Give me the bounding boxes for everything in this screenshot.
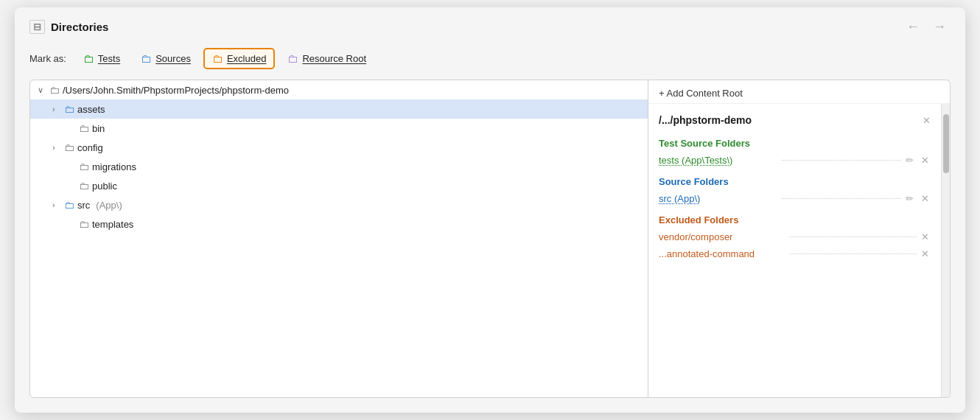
- mark-as-sources-button[interactable]: 🗀 Sources: [133, 49, 199, 69]
- right-content: /.../phpstorm-demo ✕ Test Source Folders…: [648, 104, 941, 397]
- excluded-name-0: vendor/composer: [659, 231, 786, 242]
- main-content: ∨ 🗀 /Users/John.Smith/PhpstormProjects/p…: [15, 80, 965, 413]
- remove-excluded-1-button[interactable]: ✕: [920, 248, 931, 260]
- dialog-title: ⊟ Directories: [29, 20, 108, 34]
- excluded-entry-actions-1: ✕: [920, 248, 931, 260]
- test-source-entry-actions: ✏ ✕: [904, 154, 931, 167]
- source-entry-0: src (App\) ✏ ✕: [659, 190, 931, 207]
- src-label: src: [77, 200, 90, 211]
- migrations-label: migrations: [92, 161, 136, 172]
- tests-folder-icon: 🗀: [83, 52, 94, 65]
- scrollbar-thumb[interactable]: [943, 114, 949, 173]
- public-folder-icon: 🗀: [79, 180, 89, 192]
- config-label: config: [77, 142, 103, 153]
- mark-as-bar: Mark as: 🗀 Tests 🗀 Sources 🗀 Excluded 🗀 …: [15, 42, 965, 80]
- root-folder-icon: 🗀: [49, 84, 60, 96]
- nav-forward-button[interactable]: →: [928, 18, 951, 36]
- source-entry-actions: ✏ ✕: [904, 192, 931, 205]
- src-folder-icon: 🗀: [64, 199, 74, 211]
- mark-excluded-label: Excluded: [227, 53, 266, 64]
- nav-buttons: ← →: [902, 18, 951, 36]
- close-root-button[interactable]: ✕: [923, 115, 931, 126]
- source-folders-title: Source Folders: [659, 176, 931, 187]
- mark-as-tests-button[interactable]: 🗀 Tests: [75, 49, 128, 69]
- src-suffix: (App\): [96, 200, 122, 211]
- tree-item-bin[interactable]: › 🗀 bin: [30, 119, 648, 138]
- excluded-folder-icon: 🗀: [212, 52, 223, 65]
- mark-as-resource-root-button[interactable]: 🗀 Resource Root: [279, 49, 374, 69]
- bin-folder-icon: 🗀: [79, 122, 89, 134]
- sources-folder-icon: 🗀: [141, 52, 152, 65]
- scrollbar-area: /.../phpstorm-demo ✕ Test Source Folders…: [648, 104, 950, 397]
- migrations-folder-icon: 🗀: [79, 161, 89, 172]
- test-source-entry-0: tests (App\Tests\) ✏ ✕: [659, 152, 931, 169]
- excluded-entry-0: vendor/composer ✕: [659, 228, 931, 245]
- tree-item-assets[interactable]: › 🗀 assets: [30, 99, 648, 119]
- dotted-separator-2: [782, 198, 902, 199]
- assets-folder-icon: 🗀: [64, 103, 74, 115]
- config-chevron-icon: ›: [52, 143, 61, 152]
- bin-label: bin: [92, 123, 105, 134]
- mark-resource-root-label: Resource Root: [302, 53, 366, 64]
- tree-item-migrations[interactable]: › 🗀 migrations: [30, 157, 648, 176]
- public-label: public: [92, 181, 117, 192]
- remove-excluded-0-button[interactable]: ✕: [920, 231, 931, 243]
- tree-panel: ∨ 🗀 /Users/John.Smith/PhpstormProjects/p…: [29, 80, 648, 398]
- tree-item-public[interactable]: › 🗀 public: [30, 176, 648, 195]
- excluded-entry-actions-0: ✕: [920, 231, 931, 243]
- dotted-separator-3: [789, 237, 917, 237]
- nav-back-button[interactable]: ←: [902, 18, 924, 36]
- test-source-name-0: tests (App\Tests\): [659, 155, 779, 166]
- scrollbar[interactable]: [941, 104, 950, 397]
- dialog-header: ⊟ Directories ← →: [15, 7, 965, 42]
- dialog-title-text: Directories: [51, 21, 108, 33]
- right-root-label: /.../phpstorm-demo ✕: [659, 111, 931, 130]
- dotted-separator-4: [789, 253, 917, 254]
- excluded-entry-1: ...annotated-command ✕: [659, 245, 931, 262]
- dotted-separator: [782, 160, 902, 161]
- resource-folder-icon: 🗀: [287, 52, 298, 65]
- right-panel: + Add Content Root /.../phpstorm-demo ✕ …: [648, 80, 951, 398]
- add-content-root-button[interactable]: + Add Content Root: [659, 88, 743, 99]
- mark-sources-label: Sources: [155, 53, 191, 64]
- src-chevron-icon: ›: [52, 200, 61, 209]
- tree-item-src[interactable]: › 🗀 src (App\): [30, 195, 648, 214]
- directories-dialog: ⊟ Directories ← → Mark as: 🗀 Tests 🗀 Sou…: [15, 7, 965, 413]
- remove-test-source-button[interactable]: ✕: [920, 154, 931, 167]
- remove-source-button[interactable]: ✕: [920, 192, 931, 205]
- test-source-folders-title: Test Source Folders: [659, 138, 931, 149]
- root-path-display: /.../phpstorm-demo: [659, 114, 752, 126]
- assets-chevron-icon: ›: [52, 105, 61, 113]
- excluded-name-1: ...annotated-command: [659, 248, 786, 259]
- source-name-0: src (App\): [659, 193, 779, 204]
- tree-item-templates[interactable]: › 🗀 templates: [30, 214, 648, 234]
- edit-test-source-button[interactable]: ✏: [904, 154, 915, 167]
- root-path-label: /Users/John.Smith/PhpstormProjects/phpst…: [63, 85, 289, 96]
- right-panel-header: + Add Content Root: [648, 80, 950, 104]
- collapse-icon[interactable]: ⊟: [29, 20, 45, 34]
- mark-as-label: Mark as:: [29, 53, 66, 64]
- assets-label: assets: [77, 104, 105, 115]
- tree-item-config[interactable]: › 🗀 config: [30, 138, 648, 157]
- mark-tests-label: Tests: [98, 53, 120, 64]
- templates-folder-icon: 🗀: [79, 218, 89, 230]
- config-folder-icon: 🗀: [64, 141, 74, 153]
- excluded-folders-title: Excluded Folders: [659, 214, 931, 225]
- edit-source-button[interactable]: ✏: [904, 192, 915, 205]
- templates-label: templates: [92, 219, 133, 230]
- mark-as-excluded-button[interactable]: 🗀 Excluded: [203, 48, 275, 69]
- tree-root-item[interactable]: ∨ 🗀 /Users/John.Smith/PhpstormProjects/p…: [30, 80, 648, 99]
- root-chevron-icon: ∨: [38, 85, 46, 95]
